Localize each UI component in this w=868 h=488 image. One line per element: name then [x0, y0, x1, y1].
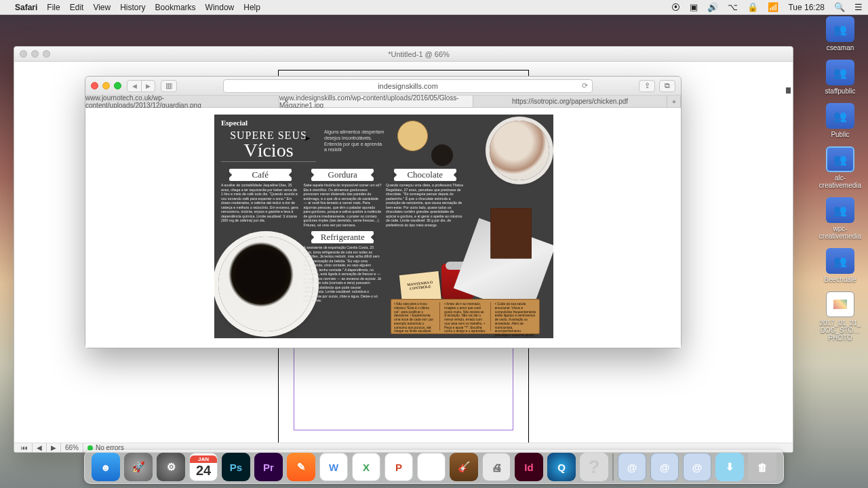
dock-photoshop[interactable]: Ps [222, 453, 250, 481]
tab-guardian[interactable]: www.journotech.co.uk/wp-content/uploads/… [85, 96, 279, 107]
dock-indesign[interactable]: Id [515, 453, 543, 481]
desktop-photo[interactable]: 2017_01_21_DOG_STO…PHOTO [816, 291, 864, 342]
dock-quicktime[interactable]: Q [547, 453, 576, 481]
desktop-share-alc-creativemedia[interactable]: 👥alc-creativemedia [816, 146, 864, 189]
minimize-icon[interactable] [31, 50, 39, 58]
lock-icon[interactable]: 🔒 [747, 0, 758, 15]
forward-button[interactable]: ▶ [141, 81, 155, 92]
desktop-label: wpc-creativemedia [817, 225, 863, 240]
tab-overview-button[interactable]: ⧉ [659, 80, 675, 92]
sidebar-button[interactable]: ▥ [161, 80, 177, 92]
desktop-label: Public [831, 131, 849, 138]
safari-toolbar: ◀ ▶ ▥ indesignskills.com ⟳ ⇪ ⧉ [85, 77, 681, 96]
stop-icon[interactable]: ▣ [690, 0, 698, 15]
dock-separator [612, 453, 614, 481]
dock-preview[interactable]: 🖼 [417, 453, 446, 481]
menubar: Safari File Edit View History Bookmarks … [0, 0, 868, 15]
new-tab-button[interactable]: ＋ [667, 96, 681, 107]
col-heading-chocolate: Chocolate [394, 169, 456, 181]
desktop-label: 2017_01_21_DOG_STO…PHOTO [817, 319, 863, 342]
bluetooth-icon[interactable]: ⌥ [728, 0, 738, 15]
col-body: Sabe aquela história do impossível comer… [304, 183, 382, 227]
dock-system-prefs[interactable]: ⚙︎ [157, 453, 185, 481]
tip-cell: • Cuide da sua saúde emocional. Vícios e… [490, 302, 536, 331]
safari-window: ◀ ▶ ▥ indesignskills.com ⟳ ⇪ ⧉ www.journ… [85, 76, 682, 348]
menubar-clock[interactable]: Tue 16:28 [788, 0, 825, 15]
next-page-icon[interactable]: ▶ [47, 443, 61, 452]
zoom-icon[interactable] [114, 82, 121, 89]
spotlight-icon[interactable]: 🔍 [834, 0, 845, 15]
dock-calendar[interactable]: JAN24 [189, 453, 218, 481]
address-bar[interactable]: indesignskills.com ⟳ [223, 79, 593, 93]
desktop-share-staffpublic[interactable]: 👥staffpublic [816, 60, 864, 95]
reload-icon[interactable]: ⟳ [582, 81, 588, 90]
menu-window[interactable]: Window [205, 0, 235, 15]
desktop-label: Beechdale [824, 276, 856, 283]
safari-content[interactable]: ➤ Especial SUPERE SEUS Vícios Alguns ali… [85, 108, 681, 348]
panel-tab[interactable] [786, 87, 791, 94]
cookie-photo [431, 144, 453, 166]
zoom-readout[interactable]: 66% [61, 443, 83, 452]
dock-launchpad[interactable]: 🚀 [124, 453, 153, 481]
dock: ☻ 🚀 ⚙︎ JAN24 🧭 Ps Pr ✎ W X P 🖼 🎸 🖨 Id Q … [84, 450, 784, 484]
magazine-spread-image: Especial SUPERE SEUS Vícios Alguns alime… [214, 115, 553, 338]
dock-webloc-2[interactable]: @ [650, 453, 679, 481]
menu-edit[interactable]: Edit [70, 0, 84, 15]
menu-bookmarks[interactable]: Bookmarks [155, 0, 196, 15]
dock-garageband[interactable]: 🎸 [450, 453, 478, 481]
desktop-icons: 👥cseaman 👥staffpublic 👥Public 👥alc-creat… [816, 16, 864, 350]
close-icon[interactable] [20, 50, 27, 58]
back-forward-group: ◀ ▶ [127, 80, 155, 92]
dock-pages[interactable]: ✎ [287, 453, 315, 481]
col-heading-refrigerante: Refrigerante [311, 231, 374, 243]
menu-file[interactable]: File [47, 0, 60, 15]
tab-close-icon[interactable]: ✕ [283, 98, 289, 105]
desktop-share-beechdale[interactable]: 👥Beechdale [816, 248, 864, 283]
dock-word[interactable]: W [319, 453, 348, 481]
tips-board: • Não caia para o truco clássico "Este é… [391, 299, 540, 334]
wifi-icon[interactable]: 📶 [768, 0, 778, 15]
dock-help[interactable]: ? [580, 453, 608, 481]
dock-downloads[interactable]: ⬇︎ [715, 453, 744, 481]
dock-premiere[interactable]: Pr [254, 453, 283, 481]
close-icon[interactable] [91, 82, 98, 89]
headline-line2: Vícios [221, 142, 316, 162]
tab-bar: www.journotech.co.uk/wp-content/uploads/… [85, 96, 681, 108]
volume-icon[interactable]: 🔊 [707, 0, 718, 15]
minimize-icon[interactable] [102, 82, 110, 89]
dock-printer[interactable]: 🖨 [482, 453, 511, 481]
app-menu[interactable]: Safari [15, 0, 37, 15]
indesign-titlebar[interactable]: *Untitled-1 @ 66% [14, 47, 793, 62]
dock-finder[interactable]: ☻ [92, 453, 120, 481]
dock-webloc-1[interactable]: @ [618, 453, 646, 481]
dock-webloc-3[interactable]: @ [683, 453, 711, 481]
cracker-photo [397, 121, 428, 151]
menu-history[interactable]: History [120, 0, 145, 15]
desktop-share-wpc-creativemedia[interactable]: 👥wpc-creativemedia [816, 197, 864, 240]
dock-trash[interactable]: 🗑 [748, 453, 776, 481]
desktop-label: staffpublic [825, 87, 856, 95]
dock-excel[interactable]: X [352, 453, 380, 481]
tab-gloss-magazine[interactable]: ✕ www.indesignskills.com/wp-content/uplo… [279, 96, 473, 107]
share-button[interactable]: ⇪ [639, 80, 655, 92]
indesign-doc-title: *Untitled-1 @ 66% [388, 50, 450, 58]
address-text: indesignskills.com [378, 82, 438, 90]
col-body: A auxiliar de contabilidade Jaqueline Di… [221, 183, 300, 223]
prev-page-icon[interactable]: ◀ [33, 443, 47, 452]
dock-powerpoint[interactable]: P [384, 453, 413, 481]
desktop-label: alc-creativemedia [817, 174, 863, 189]
notification-center-icon[interactable]: ☰ [854, 0, 863, 15]
traffic-lights [20, 50, 50, 58]
first-page-icon[interactable]: ⏮ [17, 443, 33, 452]
screenrecord-icon[interactable]: ⦿ [671, 0, 680, 15]
back-button[interactable]: ◀ [127, 81, 141, 92]
desktop-share-cseaman[interactable]: 👥cseaman [816, 16, 864, 52]
menu-view[interactable]: View [93, 0, 111, 15]
mouse-cursor-icon: ➤ [304, 134, 311, 143]
zoom-icon[interactable] [43, 50, 50, 58]
tab-chicken-pdf[interactable]: https://isotropic.org/papers/chicken.pdf [473, 96, 667, 107]
menu-help[interactable]: Help [243, 0, 260, 15]
desktop-share-public[interactable]: 👥Public [816, 103, 864, 138]
col-heading-cafe: Café [229, 169, 292, 181]
traffic-lights [91, 82, 121, 89]
